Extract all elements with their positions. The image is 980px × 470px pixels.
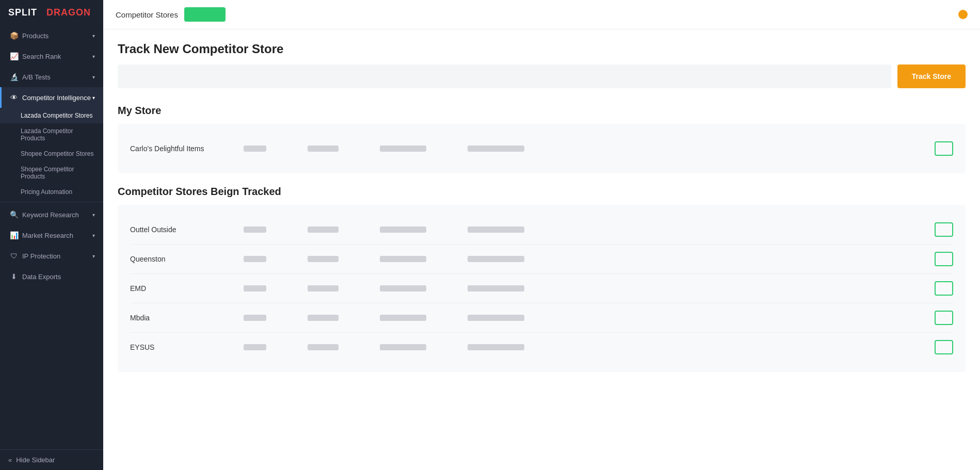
- notification-dot[interactable]: [958, 10, 968, 19]
- sidebar-item-market-research[interactable]: 📊 Market Research ▾: [0, 225, 103, 246]
- store-name: Mbdia: [130, 314, 233, 322]
- chevron-market-research: ▾: [92, 233, 95, 238]
- skeleton: [244, 285, 266, 291]
- sidebar-subitem-lazada-competitor-stores[interactable]: Lazada Competitor Stores: [0, 108, 103, 123]
- sidebar-item-ip-protection[interactable]: 🛡 IP Protection ▾: [0, 246, 103, 266]
- sidebar-item-competitor-intelligence[interactable]: 👁 Competitor Intelligence ▾: [0, 87, 103, 108]
- skeleton-group: [233, 315, 935, 321]
- sidebar-item-products[interactable]: 📦 Products ▾: [0, 25, 103, 46]
- main-content: Competitor Stores Track New Competitor S…: [103, 0, 980, 470]
- sidebar-label-data-exports: Data Exports: [22, 273, 61, 281]
- skeleton: [468, 344, 524, 350]
- page-title: Competitor Stores: [116, 10, 178, 19]
- view-button[interactable]: [935, 311, 953, 325]
- skeleton: [380, 285, 426, 291]
- search-rank-icon: 📈: [10, 52, 18, 60]
- chevron-competitor-intelligence: ▾: [92, 95, 95, 101]
- skeleton: [308, 285, 339, 291]
- sidebar-label-ip-protection: IP Protection: [22, 252, 60, 260]
- skeleton: [380, 145, 426, 152]
- top-bar: Competitor Stores: [103, 0, 980, 29]
- skeleton: [468, 145, 524, 152]
- skeleton-group: [233, 145, 935, 152]
- sidebar-item-data-exports[interactable]: ⬇ Data Exports: [0, 266, 103, 287]
- sidebar-subitem-shopee-competitor-products[interactable]: Shopee Competitor Products: [0, 161, 103, 184]
- divider: [0, 202, 103, 202]
- sidebar-label-search-rank: Search Rank: [22, 53, 61, 60]
- skeleton: [308, 344, 339, 350]
- table-row: EYSUS: [130, 333, 953, 362]
- chevron-ab-tests: ▾: [92, 74, 95, 80]
- status-badge: [184, 7, 226, 22]
- market-research-icon: 📊: [10, 231, 18, 239]
- store-name: Queenston: [130, 255, 233, 263]
- ip-protection-icon: 🛡: [10, 252, 18, 260]
- sidebar-label-keyword-research: Keyword Research: [22, 211, 79, 219]
- competitor-stores-card: Outtel Outside Queenston: [118, 205, 966, 372]
- table-row: EMD: [130, 274, 953, 303]
- view-button[interactable]: [935, 281, 953, 296]
- hide-sidebar-button[interactable]: « Hide Sidebar: [0, 449, 103, 470]
- track-section-title: Track New Competitor Store: [118, 42, 966, 56]
- table-row: Mbdia: [130, 303, 953, 333]
- skeleton: [308, 256, 339, 262]
- store-name: EMD: [130, 284, 233, 293]
- sidebar-item-keyword-research[interactable]: 🔍 Keyword Research ▾: [0, 204, 103, 225]
- my-store-title: My Store: [118, 105, 966, 117]
- logo-split: SPLIT: [8, 7, 37, 18]
- sidebar-label-products: Products: [22, 32, 49, 40]
- track-input-row: Track Store: [118, 64, 966, 88]
- store-name: Carlo's Delightful Items: [130, 144, 233, 153]
- skeleton: [244, 256, 266, 262]
- view-button[interactable]: [935, 340, 953, 354]
- skeleton: [468, 256, 524, 262]
- sidebar-item-ab-tests[interactable]: 🔬 A/B Tests ▾: [0, 67, 103, 87]
- sidebar-subitem-shopee-competitor-stores[interactable]: Shopee Competitor Stores: [0, 146, 103, 161]
- store-name: Outtel Outside: [130, 225, 233, 234]
- chevron-ip-protection: ▾: [92, 253, 95, 259]
- track-button[interactable]: Track Store: [897, 64, 966, 88]
- sidebar-item-search-rank[interactable]: 📈 Search Rank ▾: [0, 46, 103, 67]
- track-input[interactable]: [118, 64, 891, 88]
- view-button[interactable]: [935, 141, 953, 156]
- competitor-section-title: Competitor Stores Beign Tracked: [118, 186, 966, 198]
- chevron-keyword-research: ▾: [92, 212, 95, 218]
- skeleton: [244, 315, 266, 321]
- skeleton: [244, 145, 266, 152]
- skeleton: [468, 226, 524, 233]
- skeleton: [380, 256, 426, 262]
- skeleton: [244, 226, 266, 233]
- skeleton: [468, 315, 524, 321]
- keyword-research-icon: 🔍: [10, 210, 18, 219]
- hide-sidebar-icon: «: [8, 456, 12, 464]
- skeleton-group: [233, 256, 935, 262]
- sidebar-label-ab-tests: A/B Tests: [22, 73, 51, 81]
- my-store-card: Carlo's Delightful Items: [118, 124, 966, 173]
- sidebar-subitem-pricing-automation[interactable]: Pricing Automation: [0, 184, 103, 200]
- logo-dragon: DRAGON: [46, 7, 91, 18]
- sidebar-label-market-research: Market Research: [22, 232, 73, 239]
- skeleton: [308, 145, 339, 152]
- competitor-intelligence-icon: 👁: [10, 93, 18, 102]
- sidebar-subitem-lazada-competitor-products[interactable]: Lazada Competitor Products: [0, 123, 103, 146]
- view-button[interactable]: [935, 222, 953, 237]
- my-store-section: My Store Carlo's Delightful Items: [118, 105, 966, 173]
- skeleton: [468, 285, 524, 291]
- skeleton: [244, 344, 266, 350]
- data-exports-icon: ⬇: [10, 272, 18, 281]
- content-area: Track New Competitor Store Track Store M…: [103, 29, 980, 397]
- skeleton: [380, 226, 426, 233]
- competitor-section: Competitor Stores Beign Tracked Outtel O…: [118, 186, 966, 372]
- skeleton: [380, 315, 426, 321]
- chevron-products: ▾: [92, 33, 95, 39]
- skeleton-group: [233, 344, 935, 350]
- skeleton-group: [233, 285, 935, 291]
- track-section: Track New Competitor Store Track Store: [118, 42, 966, 88]
- skeleton: [308, 315, 339, 321]
- sidebar-label-competitor-intelligence: Competitor Intelligence: [22, 94, 91, 102]
- logo: SPLIT DRAGON: [0, 0, 103, 25]
- hide-sidebar-label: Hide Sidebar: [16, 456, 55, 464]
- ab-tests-icon: 🔬: [10, 73, 18, 81]
- chevron-search-rank: ▾: [92, 54, 95, 59]
- view-button[interactable]: [935, 252, 953, 266]
